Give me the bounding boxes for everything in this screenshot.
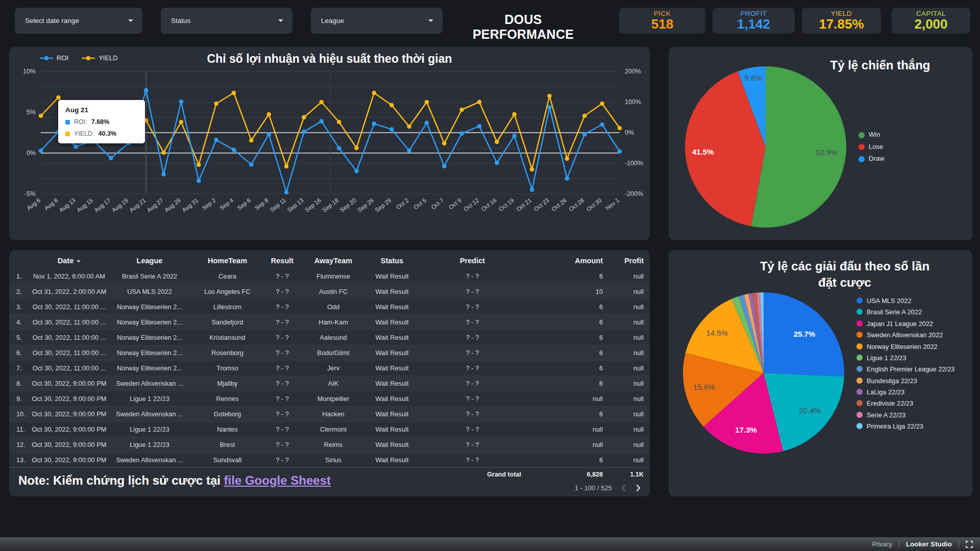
data-point[interactable] bbox=[214, 138, 218, 142]
table-row[interactable]: 5.Oct 30, 2022, 11:00:00 ...Norway Elite… bbox=[9, 330, 650, 345]
data-point[interactable] bbox=[320, 119, 324, 123]
data-point[interactable] bbox=[179, 120, 184, 124]
column-header-date[interactable]: Date bbox=[30, 253, 109, 269]
legend-label: ROI bbox=[57, 54, 68, 62]
table-row[interactable]: 13.Oct 30, 2022, 9:00:00 PMSweden Allsve… bbox=[9, 453, 650, 468]
data-point[interactable] bbox=[442, 164, 447, 168]
data-point[interactable] bbox=[407, 124, 411, 129]
column-header-hometeam[interactable]: HomeTeam bbox=[190, 253, 264, 269]
next-page-button[interactable] bbox=[635, 483, 642, 493]
filter-league[interactable]: League bbox=[311, 8, 443, 34]
data-point[interactable] bbox=[144, 88, 149, 93]
data-point[interactable] bbox=[495, 140, 499, 144]
data-point[interactable] bbox=[389, 103, 394, 108]
data-point[interactable] bbox=[530, 188, 534, 192]
legend-item-yield[interactable]: YIELD bbox=[82, 54, 118, 62]
column-header-amount[interactable]: Amount bbox=[527, 253, 609, 269]
data-point[interactable] bbox=[320, 100, 324, 105]
data-point[interactable] bbox=[407, 148, 411, 153]
data-point[interactable] bbox=[372, 91, 377, 95]
data-point[interactable] bbox=[372, 121, 377, 126]
table-row[interactable]: 1.Nov 1, 2022, 6:00:00 AMBrasil Serie A … bbox=[9, 269, 650, 284]
looker-studio-logo[interactable]: Looker Studio bbox=[906, 540, 952, 548]
column-header-league[interactable]: League bbox=[109, 253, 190, 269]
legend-item-roi[interactable]: ROI bbox=[40, 54, 68, 62]
column-header-predict[interactable]: Predict bbox=[418, 253, 527, 269]
column-header-status[interactable]: Status bbox=[366, 253, 418, 269]
data-point[interactable] bbox=[389, 127, 394, 132]
data-point[interactable] bbox=[495, 161, 499, 165]
data-point[interactable] bbox=[354, 146, 359, 151]
column-header-awayteam[interactable]: AwayTeam bbox=[300, 253, 366, 269]
data-point[interactable] bbox=[39, 114, 43, 118]
data-point[interactable] bbox=[284, 190, 289, 195]
data-point[interactable] bbox=[249, 138, 254, 143]
row-number: 8. bbox=[9, 376, 30, 391]
data-point[interactable] bbox=[109, 156, 113, 160]
table-row[interactable]: 8.Oct 30, 2022, 9:00:00 PMSweden Allsven… bbox=[9, 376, 650, 391]
table-cell: Rennes bbox=[190, 391, 264, 407]
data-point[interactable] bbox=[354, 169, 359, 173]
data-point[interactable] bbox=[600, 122, 604, 127]
data-point[interactable] bbox=[425, 121, 429, 126]
data-point[interactable] bbox=[477, 100, 482, 105]
column-header-result[interactable]: Result bbox=[264, 253, 300, 269]
google-sheet-link[interactable]: file Google Sheest bbox=[224, 473, 331, 487]
data-point[interactable] bbox=[565, 176, 570, 181]
data-point[interactable] bbox=[39, 148, 43, 153]
table-cell: Sirius bbox=[300, 453, 366, 468]
data-point[interactable] bbox=[477, 124, 482, 129]
data-point[interactable] bbox=[56, 95, 61, 100]
win-pie-chart[interactable]: 52.9%41.5%5.6% bbox=[669, 47, 972, 240]
table-cell: USA MLS 2022 bbox=[109, 284, 190, 299]
filter-status[interactable]: Status bbox=[161, 8, 292, 34]
data-point[interactable] bbox=[425, 100, 429, 105]
data-point[interactable] bbox=[512, 112, 517, 117]
data-point[interactable] bbox=[214, 102, 218, 106]
data-point[interactable] bbox=[74, 144, 78, 149]
data-point[interactable] bbox=[547, 105, 552, 110]
table-row[interactable]: 3.Oct 30, 2022, 11:00:00 ...Norway Elite… bbox=[9, 299, 650, 315]
data-point[interactable] bbox=[249, 162, 254, 167]
data-point[interactable] bbox=[530, 167, 534, 172]
data-point[interactable] bbox=[600, 102, 604, 106]
data-point[interactable] bbox=[582, 132, 587, 137]
filter-select-date-range[interactable]: Select date range bbox=[15, 8, 142, 34]
column-header-profit[interactable]: Profit bbox=[609, 253, 650, 269]
table-row[interactable]: 11.Oct 30, 2022, 9:00:00 PMLigue 1 22/23… bbox=[9, 422, 650, 437]
table-row[interactable]: 12.Oct 30, 2022, 9:00:00 PMLigue 1 22/23… bbox=[9, 437, 650, 453]
data-point[interactable] bbox=[197, 179, 201, 183]
data-point[interactable] bbox=[547, 94, 552, 98]
data-point[interactable] bbox=[232, 147, 236, 152]
data-point[interactable] bbox=[266, 112, 271, 117]
data-point[interactable] bbox=[582, 114, 587, 118]
data-point[interactable] bbox=[266, 132, 271, 137]
data-point[interactable] bbox=[161, 151, 166, 155]
data-point[interactable] bbox=[618, 126, 622, 131]
table-row[interactable]: 10.Oct 30, 2022, 9:00:00 PMSweden Allsve… bbox=[9, 407, 650, 422]
fullscreen-icon[interactable] bbox=[966, 541, 973, 548]
data-point[interactable] bbox=[302, 115, 306, 120]
data-point[interactable] bbox=[337, 146, 341, 151]
data-point[interactable] bbox=[179, 99, 184, 104]
data-point[interactable] bbox=[337, 120, 341, 124]
data-point[interactable] bbox=[197, 163, 201, 167]
data-point[interactable] bbox=[512, 134, 517, 138]
data-point[interactable] bbox=[302, 130, 306, 134]
table-row[interactable]: 2.Oct 31, 2022, 2:00:00 AMUSA MLS 2022Lo… bbox=[9, 284, 650, 299]
prev-page-button[interactable] bbox=[620, 483, 627, 493]
data-point[interactable] bbox=[459, 108, 464, 112]
table-row[interactable]: 4.Oct 30, 2022, 11:00:00 ...Norway Elite… bbox=[9, 315, 650, 330]
table-row[interactable]: 6.Oct 30, 2022, 11:00:00 ...Norway Elite… bbox=[9, 345, 650, 361]
data-point[interactable] bbox=[284, 164, 289, 169]
privacy-link[interactable]: Privacy bbox=[872, 541, 892, 548]
data-point[interactable] bbox=[442, 141, 447, 146]
data-point[interactable] bbox=[459, 131, 464, 136]
data-point[interactable] bbox=[618, 149, 622, 154]
line-chart[interactable]: 10%5%0%-5%200%100%0%-100%-200%Aug 6Aug 8… bbox=[9, 68, 650, 237]
data-point[interactable] bbox=[232, 91, 236, 95]
table-row[interactable]: 7.Oct 30, 2022, 11:00:00 ...Norway Elite… bbox=[9, 361, 650, 376]
data-point[interactable] bbox=[565, 157, 570, 161]
table-row[interactable]: 9.Oct 30, 2022, 9:00:00 PMLigue 1 22/23R… bbox=[9, 391, 650, 407]
data-point[interactable] bbox=[161, 172, 166, 177]
